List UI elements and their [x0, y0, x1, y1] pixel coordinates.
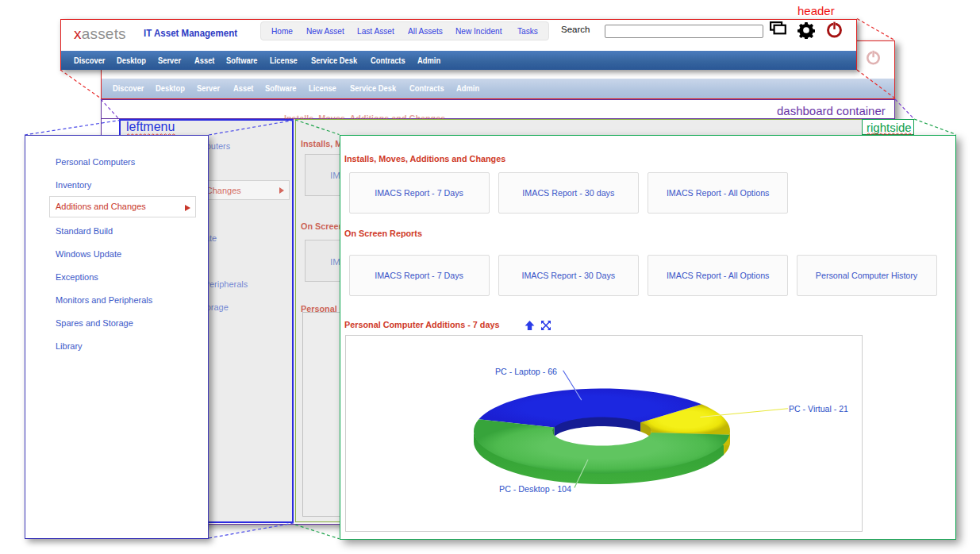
svg-text:PC - Desktop - 104: PC - Desktop - 104	[499, 484, 572, 494]
svg-text:PC - Laptop - 66: PC - Laptop - 66	[495, 367, 557, 376]
svg-text:PC - Virtual - 21: PC - Virtual - 21	[789, 404, 848, 414]
